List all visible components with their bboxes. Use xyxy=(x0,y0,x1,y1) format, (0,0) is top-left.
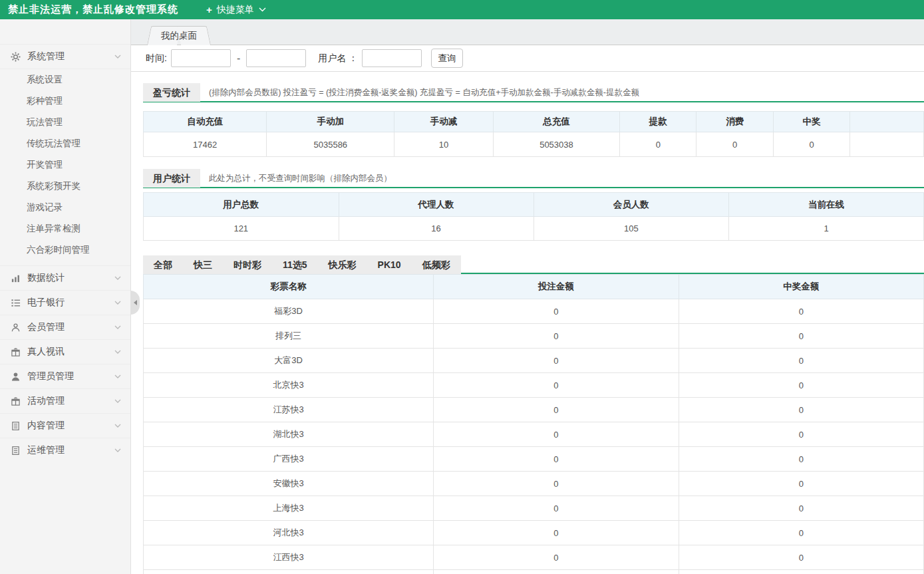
sidebar-item-2[interactable]: 电子银行 xyxy=(0,290,130,315)
sidebar-item-0[interactable]: 系统管理 xyxy=(0,44,130,69)
tab-my-desktop[interactable]: 我的桌面 xyxy=(146,26,212,45)
time-from-input[interactable] xyxy=(171,49,231,67)
lottery-cell: 0 xyxy=(434,496,679,521)
user-column-header: 用户总数 xyxy=(144,193,339,217)
lottery-cell: 排列三 xyxy=(144,324,434,349)
profit-column-header xyxy=(850,112,924,132)
profit-value-cell: 5053038 xyxy=(493,132,619,157)
profit-value-cell: 0 xyxy=(773,132,849,157)
lottery-cell: 0 xyxy=(679,496,923,521)
lottery-table-header-row: 彩票名称投注金额中奖金额 xyxy=(144,275,924,299)
lottery-cell: 0 xyxy=(679,422,923,447)
sidebar-subitem[interactable]: 六合彩时间管理 xyxy=(0,239,130,261)
time-label: 时间: xyxy=(146,53,167,65)
sidebar-item-4[interactable]: 真人视讯 xyxy=(0,339,130,364)
lottery-tab-快三[interactable]: 快三 xyxy=(183,255,223,274)
lottery-cell: 0 xyxy=(434,324,679,349)
sidebar-item-7[interactable]: 内容管理 xyxy=(0,413,130,438)
lottery-column-header: 中奖金额 xyxy=(679,275,923,299)
lottery-cell xyxy=(144,570,434,574)
profit-column-header: 总充值 xyxy=(493,112,619,132)
chevron-down-icon xyxy=(114,399,121,403)
chevron-down-icon xyxy=(114,448,121,452)
username-input[interactable] xyxy=(362,49,422,67)
sidebar-subitem[interactable]: 彩种管理 xyxy=(0,90,130,112)
lottery-cell: 0 xyxy=(679,521,923,545)
sidebar-submenu: 系统设置彩种管理玩法管理传统玩法管理开奖管理系统彩预开奖游戏记录注单异常检测六合… xyxy=(0,69,130,265)
user-table-value-row: 121161051 xyxy=(144,217,924,241)
lottery-tab-PK10[interactable]: PK10 xyxy=(367,255,412,274)
user-value-cell: 105 xyxy=(534,217,729,241)
lottery-tab-低频彩[interactable]: 低频彩 xyxy=(412,255,461,274)
lottery-tab-快乐彩[interactable]: 快乐彩 xyxy=(318,255,367,274)
lottery-cell: 河北快3 xyxy=(144,521,434,545)
user-section-title: 用户统计 xyxy=(143,169,200,188)
gear-icon xyxy=(9,52,21,62)
chart-icon xyxy=(9,273,21,283)
lottery-cell: 0 xyxy=(679,472,923,496)
sidebar: 系统管理系统设置彩种管理玩法管理传统玩法管理开奖管理系统彩预开奖游戏记录注单异常… xyxy=(0,19,131,574)
lottery-cell: 0 xyxy=(679,545,923,570)
collapse-left-icon xyxy=(131,300,137,305)
lottery-tab-11选5[interactable]: 11选5 xyxy=(272,255,318,274)
profit-table-value-row: 174625035586105053038000 xyxy=(144,132,924,157)
profit-section-note: (排除内部会员数据) 投注盈亏 = (投注消费金额-返奖金额) 充提盈亏 = 自… xyxy=(209,87,639,98)
profit-stats-table: 自动充值手动加手动减总充值提款消费中奖 17462503558610505303… xyxy=(143,111,924,157)
lottery-tab-时时彩[interactable]: 时时彩 xyxy=(223,255,272,274)
chevron-down-icon xyxy=(114,55,121,59)
sidebar-item-label: 会员管理 xyxy=(27,321,114,333)
profit-section-header: 盈亏统计 (排除内部会员数据) 投注盈亏 = (投注消费金额-返奖金额) 充提盈… xyxy=(143,84,924,102)
user-column-header: 当前在线 xyxy=(729,193,924,217)
sidebar-subitem[interactable]: 游戏记录 xyxy=(0,197,130,218)
user-value-cell: 16 xyxy=(339,217,534,241)
lottery-cell: 安徽快3 xyxy=(144,472,434,496)
chevron-down-icon xyxy=(259,7,266,12)
lottery-table-row: 排列三00 xyxy=(144,324,924,349)
lottery-table-row: 江苏快300 xyxy=(144,398,924,422)
sidebar-subitem[interactable]: 传统玩法管理 xyxy=(0,133,130,154)
sidebar-subitem[interactable]: 系统设置 xyxy=(0,69,130,90)
sidebar-item-3[interactable]: 会员管理 xyxy=(0,315,130,339)
user-filled-icon xyxy=(9,372,21,382)
sidebar-subitem[interactable]: 系统彩预开奖 xyxy=(0,176,130,197)
user-outline-icon xyxy=(9,323,21,333)
sidebar-item-label: 活动管理 xyxy=(27,395,114,407)
profit-value-cell xyxy=(850,132,924,157)
main-content: 盈亏统计 (排除内部会员数据) 投注盈亏 = (投注消费金额-返奖金额) 充提盈… xyxy=(131,72,924,574)
profit-column-header: 消费 xyxy=(696,112,773,132)
time-to-input[interactable] xyxy=(246,49,306,67)
lottery-cell xyxy=(679,570,923,574)
time-range-separator: - xyxy=(237,53,240,65)
sidebar-item-8[interactable]: 运维管理 xyxy=(0,438,130,462)
lottery-cell: 0 xyxy=(434,521,679,545)
chevron-down-icon xyxy=(114,374,121,378)
lottery-cell: 大富3D xyxy=(144,349,434,373)
lottery-tab-全部[interactable]: 全部 xyxy=(143,255,183,274)
profit-value-cell: 5035586 xyxy=(267,132,394,157)
profit-column-header: 中奖 xyxy=(773,112,849,132)
quick-menu-button[interactable]: + 快捷菜单 xyxy=(206,4,266,16)
sidebar-subitem[interactable]: 注单异常检测 xyxy=(0,218,130,239)
sidebar-subitem[interactable]: 开奖管理 xyxy=(0,154,130,176)
user-column-header: 代理人数 xyxy=(339,193,534,217)
lottery-table-row: 上海快300 xyxy=(144,496,924,521)
user-value-cell: 121 xyxy=(144,217,339,241)
lottery-cell: 江苏快3 xyxy=(144,398,434,422)
user-stats-table: 用户总数代理人数会员人数当前在线 121161051 xyxy=(143,192,924,241)
sidebar-item-1[interactable]: 数据统计 xyxy=(0,265,130,290)
sidebar-subitem[interactable]: 玩法管理 xyxy=(0,112,130,133)
lottery-column-header: 彩票名称 xyxy=(144,275,434,299)
chevron-down-icon xyxy=(114,301,121,305)
profit-section-title: 盈亏统计 xyxy=(143,83,200,102)
plus-icon: + xyxy=(206,4,212,15)
lottery-table-row: 安徽快300 xyxy=(144,472,924,496)
topbar: 禁止非法运营，禁止乱修改管理系统 + 快捷菜单 xyxy=(0,0,924,19)
lottery-cell: 0 xyxy=(434,545,679,570)
lottery-tabs: 全部快三时时彩11选5快乐彩PK10低频彩 xyxy=(143,255,461,274)
lottery-cell: 广西快3 xyxy=(144,447,434,472)
search-button[interactable]: 查询 xyxy=(431,49,463,68)
sidebar-item-6[interactable]: 活动管理 xyxy=(0,388,130,413)
lottery-cell: 0 xyxy=(434,373,679,398)
profit-column-header: 手动减 xyxy=(394,112,494,132)
sidebar-item-5[interactable]: 管理员管理 xyxy=(0,364,130,388)
